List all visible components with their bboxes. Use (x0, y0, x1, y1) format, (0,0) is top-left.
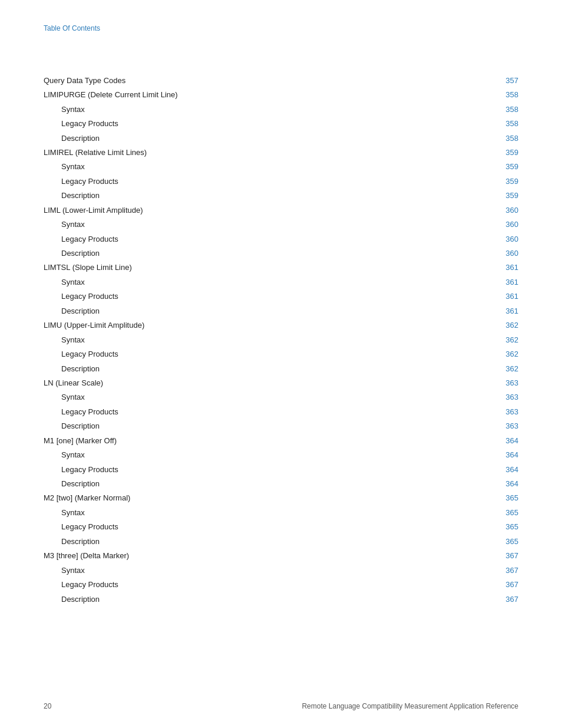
toc-entry-page[interactable]: 360 (460, 218, 518, 232)
toc-row[interactable]: LIMU (Upper-Limit Amplitude)362 (44, 318, 518, 332)
toc-sub-entry-title: Syntax (44, 391, 460, 405)
toc-entry-page[interactable]: 358 (460, 103, 518, 117)
toc-entry-page[interactable]: 367 (460, 578, 518, 592)
toc-entry-page[interactable]: 358 (460, 131, 518, 146)
toc-main-entry-title: LIML (Lower-Limit Amplitude) (44, 203, 460, 218)
toc-entry-page[interactable]: 363 (460, 420, 518, 434)
toc-entry-page[interactable]: 364 (460, 448, 518, 462)
toc-entry-page[interactable]: 365 (460, 506, 518, 520)
toc-sub-entry-title: Legacy Products (44, 347, 460, 361)
toc-entry-page[interactable]: 363 (460, 391, 518, 405)
toc-entry-page[interactable]: 360 (460, 232, 518, 246)
toc-entry-page[interactable]: 361 (460, 261, 518, 275)
toc-row[interactable]: LIMIREL (Relative Limit Lines)359 (44, 146, 518, 160)
toc-entry-page[interactable]: 365 (460, 521, 518, 535)
toc-row[interactable]: Syntax364 (44, 448, 518, 462)
toc-entry-page[interactable]: 361 (460, 290, 518, 304)
toc-row[interactable]: LIMIPURGE (Delete Current Limit Line)358 (44, 88, 518, 102)
toc-entry-page[interactable]: 359 (460, 146, 518, 160)
toc-row[interactable]: Syntax367 (44, 564, 518, 578)
toc-entry-page[interactable]: 367 (460, 549, 518, 563)
toc-entry-page[interactable]: 363 (460, 405, 518, 419)
toc-entry-page[interactable]: 361 (460, 275, 518, 289)
toc-sub-entry-title: Syntax (44, 564, 460, 578)
toc-entry-page[interactable]: 364 (460, 434, 518, 448)
toc-entry-page[interactable]: 360 (460, 246, 518, 261)
toc-sub-entry-title: Description (44, 189, 460, 203)
toc-sub-entry-title: Legacy Products (44, 290, 460, 304)
toc-sub-entry-title: Description (44, 131, 460, 146)
toc-entry-page[interactable]: 357 (460, 74, 518, 88)
toc-entry-page[interactable]: 362 (460, 362, 518, 376)
toc-row[interactable]: Legacy Products362 (44, 347, 518, 361)
toc-row[interactable]: Legacy Products359 (44, 174, 518, 189)
toc-sub-entry-title: Syntax (44, 448, 460, 462)
toc-row[interactable]: Syntax360 (44, 218, 518, 232)
toc-row[interactable]: Query Data Type Codes357 (44, 74, 518, 88)
toc-entry-page[interactable]: 365 (460, 492, 518, 506)
toc-sub-entry-title: Syntax (44, 160, 460, 174)
toc-main-entry-title: LN (Linear Scale) (44, 376, 460, 390)
toc-row[interactable]: Legacy Products367 (44, 578, 518, 592)
toc-entry-page[interactable]: 364 (460, 463, 518, 477)
toc-row[interactable]: M3 [three] (Delta Marker)367 (44, 549, 518, 563)
page-container: Table Of Contents Query Data Type Codes3… (0, 0, 562, 728)
toc-row[interactable]: Syntax358 (44, 103, 518, 117)
toc-entry-page[interactable]: 362 (460, 333, 518, 347)
footer-page-number: 20 (44, 702, 51, 710)
toc-entry-page[interactable]: 358 (460, 88, 518, 102)
toc-row[interactable]: Description360 (44, 246, 518, 261)
toc-sub-entry-title: Legacy Products (44, 463, 460, 477)
toc-row[interactable]: Description364 (44, 477, 518, 491)
toc-entry-page[interactable]: 367 (460, 564, 518, 578)
toc-row[interactable]: Description358 (44, 131, 518, 146)
toc-row[interactable]: Legacy Products363 (44, 405, 518, 419)
toc-row[interactable]: Description359 (44, 189, 518, 203)
toc-sub-entry-title: Description (44, 304, 460, 318)
toc-row[interactable]: LN (Linear Scale)363 (44, 376, 518, 390)
toc-sub-entry-title: Syntax (44, 275, 460, 289)
toc-row[interactable]: M2 [two] (Marker Normal)365 (44, 492, 518, 506)
toc-row[interactable]: Syntax362 (44, 333, 518, 347)
toc-entry-page[interactable]: 358 (460, 117, 518, 131)
toc-main-entry-title: LIMIPURGE (Delete Current Limit Line) (44, 88, 460, 102)
toc-entry-page[interactable]: 363 (460, 376, 518, 390)
toc-row[interactable]: Legacy Products361 (44, 290, 518, 304)
toc-entry-page[interactable]: 361 (460, 304, 518, 318)
toc-row[interactable]: M1 [one] (Marker Off)364 (44, 434, 518, 448)
toc-sub-entry-title: Description (44, 592, 460, 607)
toc-entry-page[interactable]: 364 (460, 477, 518, 491)
toc-row[interactable]: Syntax361 (44, 275, 518, 289)
toc-main-entry-title: M3 [three] (Delta Marker) (44, 549, 460, 563)
toc-entry-page[interactable]: 359 (460, 174, 518, 189)
toc-row[interactable]: Legacy Products365 (44, 521, 518, 535)
toc-row[interactable]: Legacy Products358 (44, 117, 518, 131)
toc-row[interactable]: Legacy Products364 (44, 463, 518, 477)
toc-row[interactable]: Description361 (44, 304, 518, 318)
toc-row[interactable]: LIMTSL (Slope Limit Line)361 (44, 261, 518, 275)
toc-row[interactable]: Legacy Products360 (44, 232, 518, 246)
toc-entry-page[interactable]: 359 (460, 189, 518, 203)
toc-entry-page[interactable]: 362 (460, 347, 518, 361)
toc-row[interactable]: Syntax359 (44, 160, 518, 174)
toc-row[interactable]: LIML (Lower-Limit Amplitude)360 (44, 203, 518, 218)
toc-sub-entry-title: Description (44, 477, 460, 491)
toc-table: Query Data Type Codes357LIMIPURGE (Delet… (44, 74, 518, 607)
toc-entry-page[interactable]: 359 (460, 160, 518, 174)
footer-document-title: Remote Language Compatibility Measuremen… (302, 702, 518, 710)
toc-row[interactable]: Syntax363 (44, 391, 518, 405)
toc-entry-page[interactable]: 362 (460, 318, 518, 332)
toc-row[interactable]: Description365 (44, 535, 518, 549)
toc-entry-page[interactable]: 360 (460, 203, 518, 218)
toc-main-entry-title: Query Data Type Codes (44, 74, 460, 88)
toc-row[interactable]: Description362 (44, 362, 518, 376)
toc-row[interactable]: Description363 (44, 420, 518, 434)
toc-row[interactable]: Syntax365 (44, 506, 518, 520)
toc-link[interactable]: Table Of Contents (44, 24, 100, 32)
toc-entry-page[interactable]: 365 (460, 535, 518, 549)
toc-row[interactable]: Description367 (44, 592, 518, 607)
toc-sub-entry-title: Description (44, 535, 460, 549)
toc-entry-page[interactable]: 367 (460, 592, 518, 607)
toc-sub-entry-title: Syntax (44, 506, 460, 520)
toc-sub-entry-title: Legacy Products (44, 117, 460, 131)
